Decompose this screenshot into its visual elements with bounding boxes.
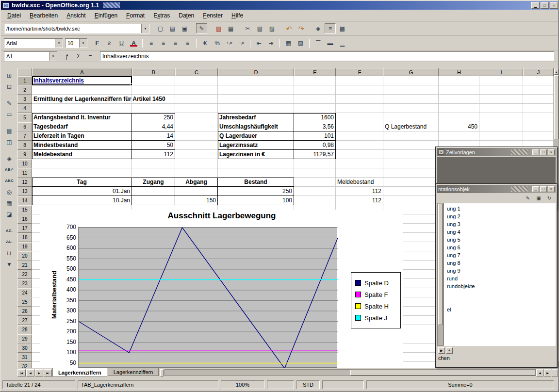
grid-cell[interactable] xyxy=(336,141,383,150)
cell-A12[interactable]: Tag xyxy=(32,178,132,187)
grid-cell[interactable] xyxy=(383,76,439,85)
print-icon[interactable]: ▦ xyxy=(225,23,236,33)
row-header-9[interactable]: 9 xyxy=(17,150,32,159)
row-header-22[interactable]: 22 xyxy=(17,270,32,279)
presentation-styles-window[interactable]: ntationsobjek ▁□× ✎▣↻ ung 1ung 2ung 3ung… xyxy=(435,183,558,368)
insert-chart-icon[interactable]: ◪ xyxy=(4,209,15,219)
style-list-item[interactable]: ung 1 xyxy=(447,205,555,212)
grid-cell[interactable] xyxy=(175,168,218,178)
style-list-item[interactable]: ung 9 xyxy=(447,267,555,275)
sum-icon[interactable]: Σ xyxy=(73,51,84,61)
horizontal-scrollbar-thumb[interactable] xyxy=(350,370,535,376)
menu-item-bearbeiten[interactable]: Bearbeiten xyxy=(25,11,62,20)
style-list-item[interactable]: ung 6 xyxy=(447,244,555,251)
grid-cell[interactable] xyxy=(383,178,439,187)
grid-cell[interactable] xyxy=(175,95,218,104)
row-header-17[interactable]: 17 xyxy=(17,224,32,233)
tab-splitter[interactable] xyxy=(160,369,164,376)
grid-cell[interactable] xyxy=(175,85,218,95)
grid-cell[interactable] xyxy=(383,104,439,113)
column-header-D[interactable]: D xyxy=(218,68,294,76)
cell-F13[interactable]: 112 xyxy=(336,187,383,196)
cell-D12[interactable]: Bestand xyxy=(218,178,294,187)
grid-cell[interactable] xyxy=(218,85,294,95)
cell-A1[interactable]: Inhaltsverzeichnis xyxy=(32,76,132,85)
grid-cell[interactable] xyxy=(383,113,439,122)
grid-cell[interactable] xyxy=(383,150,439,159)
grid-cell[interactable] xyxy=(479,95,523,104)
align-left-icon[interactable]: ≡ xyxy=(146,38,157,48)
grid-cell[interactable] xyxy=(336,104,383,113)
footer-arrow-icon[interactable]: ▶ xyxy=(438,347,445,354)
save-icon[interactable]: ▣ xyxy=(179,23,190,33)
sheet-tab-1[interactable]: Lagerkennziffern xyxy=(52,368,107,377)
row-header-31[interactable]: 31 xyxy=(17,353,32,362)
column-header-C[interactable]: C xyxy=(175,68,218,76)
column-header-A[interactable]: A xyxy=(32,68,132,76)
spellcheck-icon[interactable]: AB✓ xyxy=(4,164,15,175)
align-bottom-icon[interactable]: ▁ xyxy=(337,38,348,48)
close-button[interactable]: × xyxy=(548,149,555,155)
grid-cell[interactable] xyxy=(523,131,554,141)
stylist-icon[interactable]: ≡ xyxy=(325,23,336,33)
draw-functions-icon[interactable]: ✎ xyxy=(4,98,15,108)
style-list-item[interactable] xyxy=(447,290,555,298)
grid-cell[interactable] xyxy=(175,104,218,113)
style-list-item[interactable] xyxy=(447,298,555,306)
bold-icon[interactable]: F xyxy=(92,38,103,48)
increase-indent-icon[interactable]: ⇥ xyxy=(265,38,277,48)
format-currency-icon[interactable]: € xyxy=(199,38,211,48)
presentation-styles-title-bar[interactable]: ntationsobjek ▁□× xyxy=(437,185,556,193)
grid-cell[interactable] xyxy=(479,104,523,113)
grid-cell[interactable] xyxy=(523,122,554,131)
cell-C13[interactable] xyxy=(175,187,218,196)
grid-cell[interactable] xyxy=(439,131,479,141)
align-center-icon[interactable]: ≡ xyxy=(158,38,169,48)
close-button[interactable]: × xyxy=(548,186,555,192)
align-center-vertical-icon[interactable]: ▬ xyxy=(325,38,336,48)
cell-B6[interactable]: 4,44 xyxy=(132,122,175,131)
group-icon[interactable]: ⊔ xyxy=(4,248,15,258)
row-header-15[interactable]: 15 xyxy=(17,205,32,214)
column-header-H[interactable]: H xyxy=(439,68,479,76)
row-header-28[interactable]: 28 xyxy=(17,325,32,334)
style-list-scrollbar-thumb[interactable] xyxy=(438,204,443,325)
menu-item-extras[interactable]: Extras xyxy=(149,11,174,20)
grid-cell[interactable] xyxy=(336,150,383,159)
minimize-button[interactable]: ▁ xyxy=(532,149,539,155)
style-list-item[interactable]: rund xyxy=(447,275,555,282)
font-size-dropdown-icon[interactable]: ▼ xyxy=(79,39,87,48)
grid-cell[interactable] xyxy=(383,168,439,178)
grid-cell[interactable] xyxy=(175,159,218,168)
row-header-27[interactable]: 27 xyxy=(17,316,32,325)
row-header-12[interactable]: 12 xyxy=(17,178,32,187)
cut-icon[interactable]: ✂ xyxy=(242,23,253,33)
grid-cell[interactable] xyxy=(132,76,175,85)
scroll-up-icon[interactable]: ▲ xyxy=(554,68,559,75)
grid-cell[interactable] xyxy=(479,122,523,131)
style-list-item[interactable]: el xyxy=(447,306,555,313)
grid-cell[interactable] xyxy=(336,113,383,122)
cell-B9[interactable]: 112 xyxy=(132,150,175,159)
grid-cell[interactable] xyxy=(132,85,175,95)
last-sheet-icon[interactable]: ▶| xyxy=(44,369,52,376)
style-list-scrollbar[interactable] xyxy=(437,203,444,346)
sort-ascending-icon[interactable]: AZ↓ xyxy=(4,226,15,236)
grid-cell[interactable] xyxy=(218,168,294,178)
scroll-right-icon[interactable]: ▶ xyxy=(544,369,551,376)
cell-D14[interactable]: 100 xyxy=(218,196,294,205)
grid-cell[interactable] xyxy=(336,95,383,104)
row-header-1[interactable]: 1 xyxy=(17,76,32,85)
background-color-icon[interactable]: ▨ xyxy=(295,38,306,48)
underline-icon[interactable]: U xyxy=(116,38,127,48)
grid-cell[interactable] xyxy=(32,85,132,95)
row-header-19[interactable]: 19 xyxy=(17,242,32,251)
grid-cell[interactable] xyxy=(175,150,218,159)
grid-cell[interactable] xyxy=(383,187,439,196)
cell-B13[interactable] xyxy=(132,187,175,196)
font-color-icon[interactable]: A xyxy=(128,38,139,48)
grid-cell[interactable] xyxy=(175,76,218,85)
style-list-item[interactable]: ung 7 xyxy=(447,251,555,259)
row-header-10[interactable]: 10 xyxy=(17,159,32,168)
add-decimal-icon[interactable]: +,0 xyxy=(224,38,235,48)
